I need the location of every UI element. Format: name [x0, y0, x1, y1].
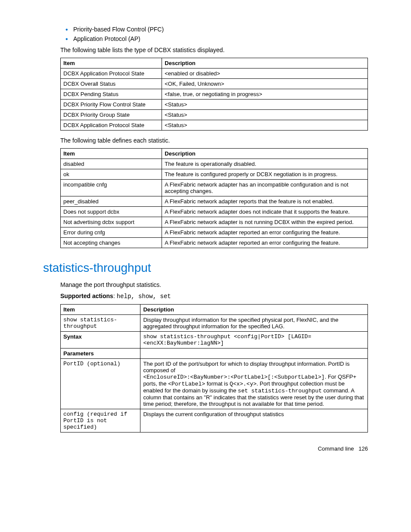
table-header: Description — [162, 58, 368, 68]
page-footer: Command line 126 — [43, 445, 368, 452]
table-cell: disabled — [61, 159, 162, 169]
table-cell: DCBX Priority Flow Control State — [61, 100, 162, 110]
table-cell: A FlexFabric network adapter does not in… — [162, 207, 368, 217]
desc-code: Q<x>.<y> — [230, 381, 256, 387]
desc-text: format is — [205, 380, 230, 387]
table-cell: A FlexFabric network adapter reported an… — [162, 227, 368, 238]
table-cell: ok — [61, 169, 162, 180]
table-cell: A FlexFabric network adapter reports tha… — [162, 196, 368, 207]
table-dcbx-types: Item Description DCBX Application Protoc… — [60, 58, 368, 131]
section-heading: statistics-throughput — [43, 261, 368, 275]
table-cell: show statistics-throughput — [61, 315, 140, 332]
table-cell: Not accepting changes — [61, 238, 162, 248]
table-header: Item — [61, 149, 162, 159]
table-header: Description — [162, 149, 368, 159]
table-dcbx-definitions: Item Description disabledThe feature is … — [60, 148, 368, 248]
table-cell: The feature is configured properly or DC… — [162, 169, 368, 180]
table-cell — [140, 348, 368, 359]
table-cell: DCBX Application Protocol State — [61, 120, 162, 131]
table-statistics-throughput: Item Description show statistics-through… — [60, 304, 368, 432]
desc-code: <PortLabel> — [168, 381, 205, 387]
table-cell: Not advertising dcbx support — [61, 217, 162, 227]
table-header: Description — [140, 305, 368, 315]
table-cell: The port ID of the port/subport for whic… — [140, 359, 368, 409]
bullet-item: Application Protocol (AP) — [73, 35, 368, 42]
bullet-list: Priority-based Flow Control (PFC) Applic… — [60, 26, 368, 42]
table-cell: peer_disabled — [61, 196, 162, 207]
table-cell: <OK, Failed, Unknown> — [162, 79, 368, 89]
table-cell: Syntax — [61, 332, 140, 348]
table-cell: show statistics-throughput <config|PortI… — [140, 332, 368, 348]
supported-actions: Supported actions: help, show, set — [60, 292, 368, 300]
table-cell: Display throughput information for the s… — [140, 315, 368, 332]
table-cell: incompatible cnfg — [61, 180, 162, 196]
table-cell: PortID (optional) — [61, 359, 140, 409]
table-cell: <Status> — [162, 120, 368, 131]
footer-page: 126 — [358, 445, 368, 452]
table-cell: <enabled or disabled> — [162, 68, 368, 79]
desc-text: The port ID of the port/subport for whic… — [143, 361, 349, 373]
supported-actions-list: help, show, set — [117, 293, 171, 300]
desc-code: <EnclosureID>:<BayNumber>:<PortLabel>[:<… — [143, 374, 324, 380]
supported-label: Supported actions — [60, 292, 113, 299]
table-cell: DCBX Application Protocol State — [61, 68, 162, 79]
table-cell: A FlexFabric network adapter has an inco… — [162, 180, 368, 196]
table-header: Item — [61, 305, 140, 315]
table-cell: <false, true, or negotiating in progress… — [162, 89, 368, 100]
table-cell: DCBX Overall Status — [61, 79, 162, 89]
intro-text-2: The following table defines each statist… — [60, 137, 368, 144]
table-cell: The feature is operationally disabled. — [162, 159, 368, 169]
table-cell: Displays the current configuration of th… — [140, 409, 368, 432]
table-cell: DCBX Priority Group State — [61, 110, 162, 120]
table-cell: DCBX Pending Status — [61, 89, 162, 100]
table-cell: A FlexFabric network adapter is not runn… — [162, 217, 368, 227]
table-header: Item — [61, 58, 162, 68]
table-cell: config (required if PortID is not specif… — [61, 409, 140, 432]
footer-label: Command line — [318, 445, 354, 452]
table-cell: Does not support dcbx — [61, 207, 162, 217]
table-cell: <Status> — [162, 100, 368, 110]
table-cell: Error during cnfg — [61, 227, 162, 238]
table-cell: A FlexFabric network adapter reported an… — [162, 238, 368, 248]
section-intro: Manage the port throughput statistics. — [60, 281, 368, 288]
desc-code: set statistics-throughput — [238, 388, 322, 394]
table-cell: Parameters — [61, 348, 140, 359]
table-cell: <Status> — [162, 110, 368, 120]
bullet-item: Priority-based Flow Control (PFC) — [73, 26, 368, 33]
intro-text-1: The following table lists the type of DC… — [60, 47, 368, 53]
